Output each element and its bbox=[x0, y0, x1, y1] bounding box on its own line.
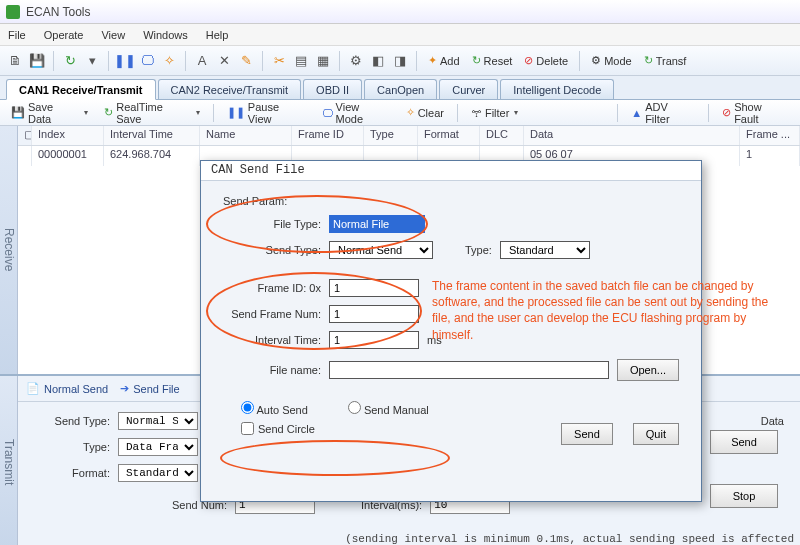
file-type-select[interactable]: Normal File bbox=[329, 215, 425, 233]
tab-intelligent-decode[interactable]: Intelligent Decode bbox=[500, 79, 614, 99]
dialog-send-button[interactable]: Send bbox=[561, 423, 613, 445]
titlebar: ECAN Tools bbox=[0, 0, 800, 24]
format-select[interactable]: Standard bbox=[118, 464, 198, 482]
col-interval[interactable]: Interval Time bbox=[104, 126, 200, 145]
cfg2-icon[interactable]: ◧ bbox=[369, 52, 387, 70]
clear-button[interactable]: ✧ Clear bbox=[401, 104, 449, 121]
col-frame-id[interactable]: Frame ID bbox=[292, 126, 364, 145]
add-button[interactable]: ✦Add bbox=[424, 52, 464, 69]
send-manual-radio[interactable]: Send Manual bbox=[348, 401, 429, 416]
format-label: Format: bbox=[34, 467, 110, 479]
col-data[interactable]: Data bbox=[524, 126, 740, 145]
grid-header: ▢ Index Interval Time Name Frame ID Type… bbox=[18, 126, 800, 146]
main-tabs: CAN1 Receive/Transmit CAN2 Receive/Trans… bbox=[0, 76, 800, 100]
menu-help[interactable]: Help bbox=[206, 29, 229, 41]
col-index[interactable]: Index bbox=[32, 126, 104, 145]
open-button[interactable]: Open... bbox=[617, 359, 679, 381]
annotation-text: The frame content in the saved batch fil… bbox=[432, 278, 782, 343]
interval-time-input[interactable] bbox=[329, 331, 419, 349]
data-label: Data bbox=[761, 415, 784, 427]
tab-can2[interactable]: CAN2 Receive/Transmit bbox=[158, 79, 302, 99]
save-icon[interactable]: 💾 bbox=[28, 52, 46, 70]
dialog-title: CAN Send File bbox=[201, 161, 701, 181]
col-format[interactable]: Format bbox=[418, 126, 480, 145]
send-frame-num-input[interactable] bbox=[329, 305, 419, 323]
type-select[interactable]: Data Fram bbox=[118, 438, 198, 456]
tab-obd2[interactable]: OBD II bbox=[303, 79, 362, 99]
doc2-icon[interactable]: ▦ bbox=[314, 52, 332, 70]
transfer-button[interactable]: ↻Transf bbox=[640, 52, 691, 69]
menu-windows[interactable]: Windows bbox=[143, 29, 188, 41]
window-title: ECAN Tools bbox=[26, 5, 90, 19]
send-button[interactable]: Send bbox=[710, 430, 778, 454]
adv-filter-button[interactable]: ▲ ADV Filter bbox=[626, 99, 700, 127]
frame-id-input[interactable] bbox=[329, 279, 419, 297]
send-type-label: Send Type: bbox=[34, 415, 110, 427]
receive-side-label: Receive bbox=[0, 126, 18, 374]
type-label: Type: bbox=[34, 441, 110, 453]
file-name-label: File name: bbox=[223, 364, 321, 376]
display-icon[interactable]: 🖵 bbox=[138, 52, 156, 70]
send-frame-num-label: Send Frame Num: bbox=[223, 308, 321, 320]
transmit-side-label: Transmit bbox=[0, 376, 18, 545]
menu-view[interactable]: View bbox=[101, 29, 125, 41]
show-fault-button[interactable]: ⊘ Show Fault bbox=[717, 99, 794, 127]
file-name-input[interactable] bbox=[329, 361, 609, 379]
stop-button[interactable]: Stop bbox=[710, 484, 778, 508]
menu-operate[interactable]: Operate bbox=[44, 29, 84, 41]
app-logo-icon bbox=[6, 5, 20, 19]
type-d-select[interactable]: Standard bbox=[500, 241, 590, 259]
view-mode-button[interactable]: 🖵 View Mode bbox=[317, 99, 395, 127]
menubar: File Operate View Windows Help bbox=[0, 24, 800, 46]
col-frame[interactable]: Frame ... bbox=[740, 126, 800, 145]
interval-time-label: Interval Time: bbox=[223, 334, 321, 346]
tab-normal-send[interactable]: 📄Normal Send bbox=[26, 382, 108, 395]
type-d-label: Type: bbox=[465, 244, 492, 256]
send-type-select[interactable]: Normal Se bbox=[118, 412, 198, 430]
main-toolbar: 🗎 💾 ↻ ▾ ❚❚ 🖵 ✧ A ✕ ✎ ✂ ▤ ▦ ⚙ ◧ ◨ ✦Add ↻R… bbox=[0, 46, 800, 76]
pause-icon[interactable]: ❚❚ bbox=[116, 52, 134, 70]
tab-send-file[interactable]: ➔Send File bbox=[120, 382, 179, 395]
footnote: (sending interval is minimum 0.1ms, actu… bbox=[345, 533, 794, 545]
grid-corner[interactable]: ▢ bbox=[18, 126, 32, 145]
col-type[interactable]: Type bbox=[364, 126, 418, 145]
wand-icon[interactable]: ✎ bbox=[237, 52, 255, 70]
col-name[interactable]: Name bbox=[200, 126, 292, 145]
send-type-d-select[interactable]: Normal Send bbox=[329, 241, 433, 259]
delete-button[interactable]: ⊘Delete bbox=[520, 52, 572, 69]
tab-canopen[interactable]: CanOpen bbox=[364, 79, 437, 99]
settings-icon[interactable]: ▾ bbox=[83, 52, 101, 70]
sub-toolbar: 💾 Save Data ↻ RealTime Save ❚❚ Pause Vie… bbox=[0, 100, 800, 126]
reset-button[interactable]: ↻Reset bbox=[468, 52, 517, 69]
menu-file[interactable]: File bbox=[8, 29, 26, 41]
col-dlc[interactable]: DLC bbox=[480, 126, 524, 145]
clear-icon[interactable]: ✧ bbox=[160, 52, 178, 70]
doc1-icon[interactable]: ▤ bbox=[292, 52, 310, 70]
send-param-label: Send Param: bbox=[223, 195, 679, 207]
mode-button[interactable]: ⚙Mode bbox=[587, 52, 636, 69]
auto-send-radio[interactable]: Auto Send bbox=[241, 401, 308, 416]
dialog-quit-button[interactable]: Quit bbox=[633, 423, 679, 445]
save-data-button[interactable]: 💾 Save Data bbox=[6, 99, 93, 127]
new-icon[interactable]: 🗎 bbox=[6, 52, 24, 70]
filter-button[interactable]: 🝖 Filter bbox=[466, 105, 523, 121]
tab-can1[interactable]: CAN1 Receive/Transmit bbox=[6, 79, 156, 100]
refresh-icon[interactable]: ↻ bbox=[61, 52, 79, 70]
pause-view-button[interactable]: ❚❚ Pause View bbox=[222, 99, 311, 127]
cfg3-icon[interactable]: ◨ bbox=[391, 52, 409, 70]
tools-icon[interactable]: ✕ bbox=[215, 52, 233, 70]
frame-id-label: Frame ID: 0x bbox=[223, 282, 321, 294]
send-type-d-label: Send Type: bbox=[223, 244, 321, 256]
tab-curver[interactable]: Curver bbox=[439, 79, 498, 99]
cut-icon[interactable]: ✂ bbox=[270, 52, 288, 70]
file-type-label: File Type: bbox=[223, 218, 321, 230]
id-icon[interactable]: A bbox=[193, 52, 211, 70]
cfg1-icon[interactable]: ⚙ bbox=[347, 52, 365, 70]
realtime-save-button[interactable]: ↻ RealTime Save bbox=[99, 99, 205, 127]
